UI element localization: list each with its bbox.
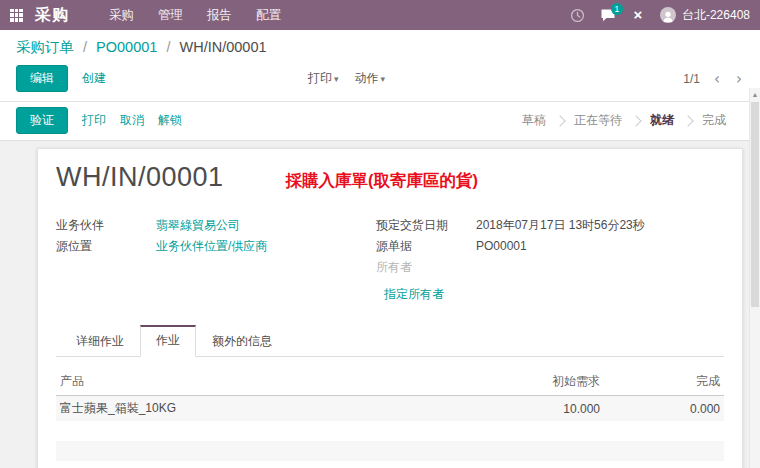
activity-clock-icon[interactable] — [570, 7, 586, 23]
table-row[interactable]: 富士蘋果_箱裝_10KG 10.000 0.000 — [56, 396, 724, 422]
user-menu[interactable]: 台北-226408 — [660, 7, 750, 24]
pager-next-icon[interactable]: › — [734, 73, 744, 85]
partner-link[interactable]: 翡翠綠貿易公司 — [156, 215, 240, 236]
status-bar: 验证 打印 取消 解锁 草稿 正在等待 就绪 完成 — [0, 102, 760, 141]
table-row-empty — [56, 421, 724, 441]
top-nav-bar: 采购 采购 管理 报告 配置 1 × — [0, 0, 760, 30]
field-scheduled-date: 预定交货日期 2018年07月17日 13时56分23秒 — [376, 215, 724, 236]
stage-draft[interactable]: 草稿 — [512, 112, 556, 129]
content-area: WH/IN/00001 採購入庫單(取寄庫區的貨) 业务伙伴 翡翠綠貿易公司 源… — [0, 141, 760, 468]
tab-detailed-operations[interactable]: 详细作业 — [60, 325, 140, 357]
form-sheet: WH/IN/00001 採購入庫單(取寄庫區的貨) 业务伙伴 翡翠綠貿易公司 源… — [37, 148, 743, 468]
col-initial-demand: 初始需求 — [484, 369, 604, 396]
cp-dropdowns: 打印▾ 动作▾ — [308, 70, 385, 87]
print-dropdown[interactable]: 打印▾ — [308, 70, 339, 87]
statusbar-buttons: 验证 打印 取消 解锁 — [16, 107, 182, 134]
pager-prev-icon[interactable]: ‹ — [712, 73, 722, 85]
message-count-badge: 1 — [611, 3, 623, 15]
unlock-button[interactable]: 解锁 — [158, 112, 182, 129]
stage-waiting[interactable]: 正在等待 — [564, 112, 632, 129]
scrollbar-thumb[interactable] — [751, 102, 759, 307]
assign-owner-link[interactable]: 指定所有者 — [384, 286, 444, 303]
field-group-right: 预定交货日期 2018年07月17日 13时56分23秒 源单据 PO00001… — [376, 215, 724, 303]
create-button[interactable]: 创建 — [82, 70, 106, 87]
menu-control[interactable]: 管理 — [146, 0, 195, 30]
top-menu: 采购 管理 报告 配置 — [97, 0, 293, 30]
field-source-location: 源位置 业务伙伴位置/供应商 — [56, 236, 376, 257]
field-partner: 业务伙伴 翡翠綠貿易公司 — [56, 215, 376, 236]
stage-done[interactable]: 完成 — [692, 112, 736, 129]
col-done: 完成 — [604, 369, 724, 396]
caret-down-icon: ▾ — [334, 74, 339, 84]
table-header-row: 产品 初始需求 完成 — [56, 369, 724, 396]
apps-menu-icon[interactable] — [10, 9, 23, 22]
field-group-left: 业务伙伴 翡翠綠貿易公司 源位置 业务伙伴位置/供应商 — [56, 215, 376, 303]
red-annotation: 採購入庫單(取寄庫區的貨) — [286, 170, 479, 193]
source-document-value: PO00001 — [476, 236, 527, 257]
app-window: 采购 采购 管理 报告 配置 1 × — [0, 0, 760, 468]
tools-icon[interactable]: × — [630, 7, 646, 23]
cell-product: 富士蘋果_箱裝_10KG — [56, 396, 484, 422]
notebook-tabs: 详细作业 作业 额外的信息 — [56, 325, 724, 357]
field-source-document: 源单据 PO00001 — [376, 236, 724, 257]
scheduled-date-value: 2018年07月17日 13时56分23秒 — [476, 215, 645, 236]
field-groups: 业务伙伴 翡翠綠貿易公司 源位置 业务伙伴位置/供应商 预定交货日期 2018年… — [56, 215, 724, 303]
menu-reporting[interactable]: 报告 — [195, 0, 244, 30]
breadcrumb-purchase-orders[interactable]: 采购订单 — [16, 39, 74, 55]
cancel-button[interactable]: 取消 — [120, 112, 144, 129]
field-owner: 所有者 — [376, 257, 724, 278]
edit-button[interactable]: 编辑 — [16, 65, 68, 92]
stage-ready[interactable]: 就绪 — [640, 112, 684, 129]
app-brand[interactable]: 采购 — [35, 5, 69, 26]
sheet-header: WH/IN/00001 採購入庫單(取寄庫區的貨) — [56, 162, 724, 193]
scroll-up-arrow-icon[interactable]: ▲ — [750, 88, 760, 101]
operations-table: 产品 初始需求 完成 富士蘋果_箱裝_10KG 10.000 0.000 — [56, 369, 724, 461]
status-pipeline: 草稿 正在等待 就绪 完成 — [512, 112, 736, 129]
breadcrumb: 采购订单 / PO00001 / WH/IN/00001 — [0, 30, 760, 59]
tab-operations[interactable]: 作业 — [140, 325, 196, 357]
breadcrumb-po[interactable]: PO00001 — [96, 39, 157, 55]
cell-done: 0.000 — [604, 396, 724, 422]
print-button[interactable]: 打印 — [82, 112, 106, 129]
document-title: WH/IN/00001 — [56, 162, 224, 193]
messages-icon[interactable]: 1 — [600, 7, 616, 23]
control-panel: 采购订单 / PO00001 / WH/IN/00001 编辑 创建 打印▾ 动… — [0, 30, 760, 102]
source-location-link[interactable]: 业务伙伴位置/供应商 — [156, 236, 267, 257]
topbar-right: 1 × 台北-226408 — [570, 7, 750, 24]
breadcrumb-current: WH/IN/00001 — [179, 39, 266, 55]
pager: 1/1 ‹ › — [683, 72, 744, 86]
menu-configuration[interactable]: 配置 — [244, 0, 293, 30]
validate-button[interactable]: 验证 — [16, 107, 68, 134]
control-panel-buttons: 编辑 创建 打印▾ 动作▾ 1/1 ‹ › — [0, 59, 760, 102]
tab-additional-info[interactable]: 额外的信息 — [196, 325, 288, 357]
vertical-scrollbar[interactable]: ▲ — [749, 88, 760, 468]
action-dropdown[interactable]: 动作▾ — [355, 70, 386, 87]
table-row-empty — [56, 441, 724, 461]
pager-count: 1/1 — [683, 72, 700, 86]
col-product: 产品 — [56, 369, 484, 396]
user-avatar — [660, 7, 676, 23]
menu-purchase[interactable]: 采购 — [97, 0, 146, 30]
caret-down-icon: ▾ — [381, 74, 386, 84]
user-name: 台北-226408 — [682, 7, 750, 24]
cell-initial-demand: 10.000 — [484, 396, 604, 422]
